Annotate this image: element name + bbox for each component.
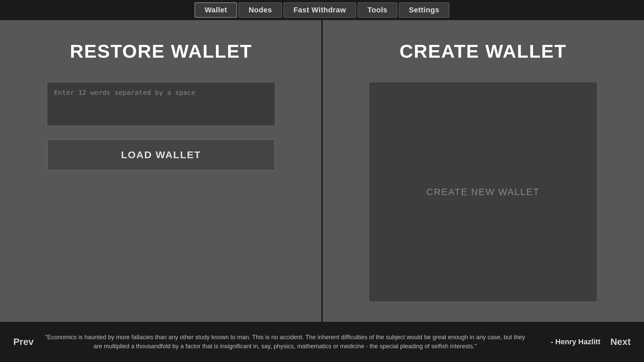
- mnemonic-input[interactable]: [47, 82, 275, 126]
- tab-settings[interactable]: Settings: [399, 2, 449, 18]
- footer: Prev "Economics is haunted by more falla…: [0, 322, 644, 362]
- tab-tools[interactable]: Tools: [358, 2, 398, 18]
- create-new-wallet-label: CREATE NEW WALLET: [426, 187, 539, 197]
- next-button[interactable]: Next: [607, 337, 634, 347]
- create-wallet-panel: CREATE WALLET CREATE NEW WALLET: [322, 20, 644, 322]
- load-wallet-button[interactable]: LOAD WALLET: [47, 139, 275, 171]
- tab-fast-withdraw[interactable]: Fast Withdraw: [283, 2, 356, 18]
- restore-wallet-panel: RESTORE WALLET LOAD WALLET: [0, 20, 322, 322]
- create-wallet-title: CREATE WALLET: [399, 40, 567, 62]
- prev-button[interactable]: Prev: [10, 337, 37, 347]
- create-wallet-inner: CREATE NEW WALLET: [369, 82, 597, 302]
- main-content: RESTORE WALLET LOAD WALLET CREATE WALLET…: [0, 20, 644, 322]
- nav-bar: Wallet Nodes Fast Withdraw Tools Setting…: [0, 0, 644, 20]
- restore-wallet-title: RESTORE WALLET: [70, 40, 252, 62]
- footer-quote: "Economics is haunted by more fallacies …: [44, 333, 527, 351]
- create-new-wallet-button[interactable]: CREATE NEW WALLET: [369, 82, 597, 302]
- tab-nodes[interactable]: Nodes: [238, 2, 282, 18]
- panel-divider: [321, 20, 323, 322]
- tab-wallet[interactable]: Wallet: [195, 2, 237, 18]
- footer-author: - Henry Hazlitt: [533, 338, 600, 346]
